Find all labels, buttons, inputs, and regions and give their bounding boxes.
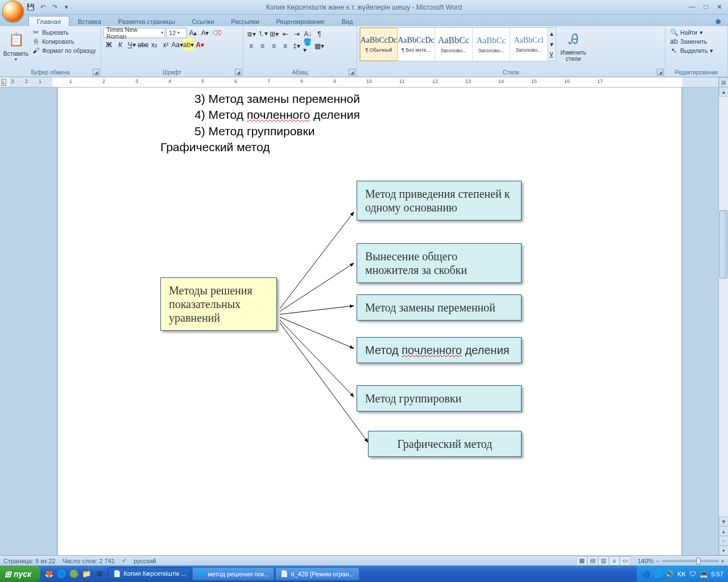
- qat-undo-icon[interactable]: ↶: [38, 3, 47, 12]
- tray-clock[interactable]: 5:57: [712, 571, 723, 577]
- status-language[interactable]: русский: [134, 558, 156, 564]
- style-more[interactable]: ⊻: [548, 49, 555, 60]
- scroll-up-button[interactable]: ▲: [719, 87, 728, 97]
- scroll-track[interactable]: [719, 97, 728, 517]
- tab-mailings[interactable]: Рассылки: [222, 16, 267, 26]
- change-case-button[interactable]: Aa▾: [172, 39, 183, 50]
- font-name-combo[interactable]: Times New Roman▾: [104, 28, 165, 38]
- strike-button[interactable]: abc: [138, 39, 148, 50]
- underline-button[interactable]: Ч▾: [126, 39, 137, 50]
- ql-icon[interactable]: 📁: [81, 569, 92, 579]
- increase-indent-button[interactable]: ⇥: [291, 28, 302, 39]
- tray-icon[interactable]: 🔵: [642, 570, 650, 578]
- paste-button[interactable]: 📋 Вставить ▾: [2, 27, 30, 65]
- tab-insert[interactable]: Вставка: [69, 16, 110, 26]
- superscript-button[interactable]: x²: [160, 39, 171, 50]
- highlight-button[interactable]: ab▾: [183, 39, 194, 50]
- bold-button[interactable]: Ж: [104, 39, 114, 50]
- styles-launcher-icon[interactable]: ◢: [657, 69, 664, 76]
- minimize-button[interactable]: —: [686, 2, 698, 11]
- align-center-button[interactable]: ≡: [257, 40, 268, 51]
- qat-save-icon[interactable]: 💾: [26, 3, 35, 12]
- style-heading1[interactable]: AaBbCcЗаголово...: [435, 28, 473, 61]
- font-launcher-icon[interactable]: ◢: [235, 69, 242, 76]
- document-page[interactable]: 3) Метод замены переменной 4) Метод почл…: [58, 88, 681, 555]
- vertical-scrollbar[interactable]: ▤ ▲ ▼ ▴ ○ ▾: [718, 77, 728, 555]
- taskbar-item[interactable]: 🌐метод решения пок...: [192, 567, 274, 580]
- view-read-button[interactable]: ▤: [588, 556, 598, 566]
- multilevel-button[interactable]: ⊞▾: [268, 28, 279, 39]
- office-button[interactable]: [2, 1, 24, 22]
- zoom-value[interactable]: 140%: [638, 558, 653, 564]
- clear-format-button[interactable]: ⌫: [212, 27, 222, 38]
- diagram-method-box[interactable]: Метод приведения степеней к одному основ…: [357, 181, 522, 221]
- zoom-knob[interactable]: [696, 558, 701, 564]
- tab-references[interactable]: Ссылки: [184, 16, 223, 26]
- subscript-button[interactable]: x₂: [149, 39, 160, 50]
- ql-icon[interactable]: 🌐: [56, 569, 67, 579]
- replace-button[interactable]: abЗаменить: [670, 38, 713, 45]
- status-page[interactable]: Страница: 9 из 22: [3, 558, 56, 564]
- view-outline-button[interactable]: ≡: [609, 556, 619, 566]
- browse-object-button[interactable]: ○: [719, 536, 728, 546]
- change-styles-button[interactable]: Ꭿ Изменить стили: [556, 27, 590, 65]
- maximize-button[interactable]: □: [700, 2, 712, 11]
- taskbar-item[interactable]: 📄Копия Көрсеткіштік ...: [108, 567, 191, 580]
- style-heading2[interactable]: AaBbCcЗаголово...: [473, 28, 510, 61]
- tab-view[interactable]: Вид: [333, 16, 362, 26]
- font-color-button[interactable]: A▾: [195, 39, 205, 50]
- style-nospacing[interactable]: AaBbCcDc¶ Без инте...: [398, 28, 435, 61]
- prev-page-button[interactable]: ▴: [719, 526, 728, 536]
- qat-redo-icon[interactable]: ↷: [50, 3, 59, 12]
- select-button[interactable]: ↖Выделить ▾: [670, 47, 713, 55]
- decrease-indent-button[interactable]: ⇤: [280, 28, 291, 39]
- view-web-button[interactable]: ▥: [598, 556, 609, 566]
- grow-font-button[interactable]: A▴: [188, 27, 198, 38]
- scroll-thumb[interactable]: [719, 210, 727, 278]
- tab-layout[interactable]: Разметка страницы: [110, 16, 184, 26]
- status-proofing-icon[interactable]: ✓: [122, 557, 127, 564]
- numbering-button[interactable]: ⒈▾: [257, 28, 268, 39]
- status-words[interactable]: Число слов: 2 741: [63, 558, 115, 564]
- tray-icon[interactable]: 🔊: [665, 570, 674, 578]
- style-gallery[interactable]: AaBbCcDc¶ Обычный AaBbCcDc¶ Без инте... …: [359, 27, 556, 61]
- para-launcher-icon[interactable]: ◢: [349, 69, 355, 76]
- ql-icon[interactable]: 🖥: [94, 569, 104, 579]
- view-print-button[interactable]: ▦: [577, 556, 587, 566]
- diagram-method-box[interactable]: Метод замены переменной: [357, 294, 522, 321]
- ql-icon[interactable]: 🟢: [69, 569, 79, 579]
- page-canvas[interactable]: 3) Метод замены переменной 4) Метод почл…: [11, 88, 728, 555]
- ql-icon[interactable]: 🦊: [44, 569, 54, 579]
- bullets-button[interactable]: ≣▾: [246, 28, 257, 39]
- style-normal[interactable]: AaBbCcDc¶ Обычный: [360, 28, 398, 61]
- find-button[interactable]: 🔍Найти ▾: [670, 28, 713, 36]
- tray-icon[interactable]: 🌐: [653, 570, 662, 578]
- diagram-method-box[interactable]: Метод почленного деления: [357, 337, 522, 363]
- help-icon[interactable]: ◉: [713, 16, 723, 26]
- diagram-main-box[interactable]: Методы решения показательных уравнений: [160, 277, 277, 331]
- tray-icon[interactable]: 💻: [700, 570, 708, 578]
- borders-button[interactable]: ▦▾: [314, 40, 325, 51]
- diagram-method-box[interactable]: Графический метод: [368, 431, 522, 457]
- shrink-font-button[interactable]: A▾: [200, 27, 210, 38]
- tab-home[interactable]: Главная: [28, 16, 69, 26]
- copy-button[interactable]: ⎘Копировать: [32, 38, 96, 45]
- align-left-button[interactable]: ≡: [246, 40, 257, 51]
- shading-button[interactable]: 🪣▾: [303, 40, 313, 51]
- zoom-out-button[interactable]: −: [656, 558, 659, 564]
- tray-language[interactable]: KK: [677, 571, 686, 577]
- line-spacing-button[interactable]: ‡▾: [291, 40, 302, 51]
- diagram-method-box[interactable]: Метод группировки: [357, 385, 522, 411]
- qat-customize-icon[interactable]: ▾: [62, 3, 71, 12]
- align-right-button[interactable]: ≡: [268, 40, 279, 51]
- taskbar-item[interactable]: 📄d_428 [Режим огран...: [275, 567, 359, 580]
- tray-icon[interactable]: 🛡: [689, 570, 696, 578]
- horizontal-ruler[interactable]: 3211234567891011121314151617: [11, 77, 728, 88]
- clipboard-launcher-icon[interactable]: ◢: [93, 69, 100, 76]
- show-marks-button[interactable]: ¶: [314, 28, 325, 39]
- tab-review[interactable]: Рецензирование: [268, 16, 333, 26]
- style-scroll-down[interactable]: ▾: [548, 39, 555, 49]
- ruler-corner[interactable]: L: [0, 77, 11, 88]
- start-button[interactable]: ⊞пуск: [0, 566, 40, 582]
- italic-button[interactable]: К: [115, 39, 126, 50]
